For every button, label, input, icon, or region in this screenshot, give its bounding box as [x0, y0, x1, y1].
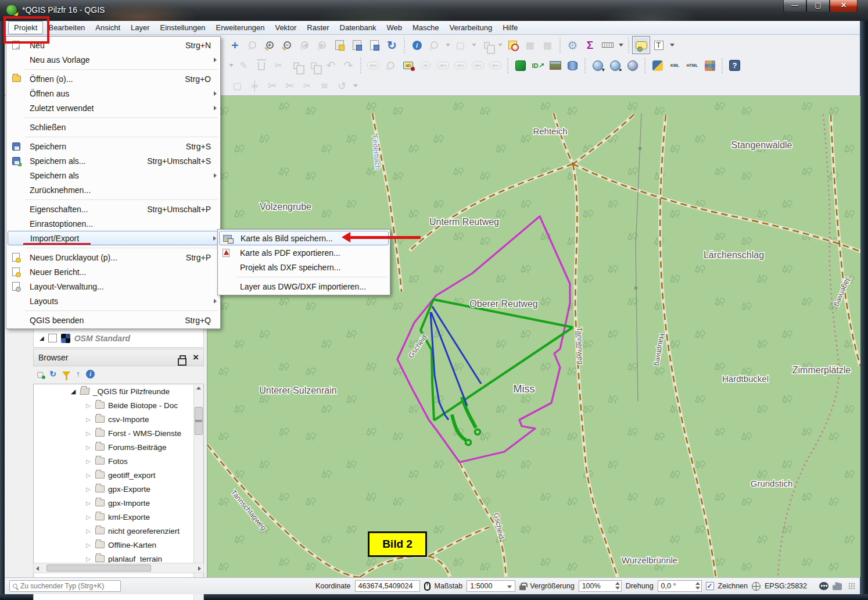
properties-icon[interactable]: i	[86, 370, 95, 378]
minimize-button[interactable]: —	[783, 0, 806, 12]
tree-item[interactable]: ▷gpx-Exporte	[34, 482, 203, 496]
menu-item-layouts[interactable]: Layouts	[8, 294, 219, 308]
submenu-item-layer-aus-dwg[interactable]: Layer aus DWG/DXF importieren...	[219, 279, 389, 294]
menu-item-oeffnen-aus[interactable]: Öffnen aus	[8, 86, 219, 101]
menu-hilfe[interactable]: Hilfe	[497, 22, 523, 34]
menu-datenbank[interactable]: Datenbank	[335, 22, 382, 34]
tree-item[interactable]: ▷gpx-Importe	[34, 496, 203, 510]
scrollbar-thumb[interactable]	[46, 565, 151, 572]
zoom-to-layer-icon[interactable]	[350, 38, 364, 52]
field-calculator-icon[interactable]: ▦	[540, 38, 555, 52]
pan-map-icon[interactable]: +	[228, 38, 242, 52]
layer-labeling-icon[interactable]: abc	[366, 58, 381, 73]
zoom-last-icon[interactable]: ◀	[297, 38, 312, 52]
layer-item-osm[interactable]: ◢ OSM Standard	[33, 328, 204, 348]
rotate-feature-icon[interactable]: ↺	[335, 78, 349, 93]
deselect-dropdown[interactable]	[498, 44, 503, 47]
menu-item-neuer-bericht[interactable]: Neuer Bericht...	[8, 265, 219, 279]
offline-editing-icon[interactable]	[513, 58, 528, 73]
menu-bearbeiten[interactable]: Bearbeiten	[43, 22, 90, 34]
delete-selected-icon[interactable]	[254, 58, 268, 73]
tree-item-root[interactable]: ◢ _QGIS für Pilzfreunde	[34, 384, 203, 398]
identify-features-icon[interactable]: i	[410, 38, 424, 52]
expand-icon[interactable]: ▷	[85, 556, 92, 562]
zoom-in-icon[interactable]: +	[263, 38, 277, 52]
measure-dropdown[interactable]	[619, 44, 623, 47]
html-export-icon[interactable]: HTML	[685, 58, 700, 73]
close-panel-icon[interactable]: ×	[193, 353, 199, 362]
vertex-tool-icon[interactable]: ╪	[248, 78, 262, 93]
layer-checkbox[interactable]	[48, 334, 57, 342]
scrollbar-thumb[interactable]	[195, 407, 203, 435]
coordinate-input[interactable]: 463674,5409024	[355, 580, 420, 592]
tree-item[interactable]: ▷Beide Biotope - Doc	[34, 398, 203, 412]
mouse-extent-icon[interactable]	[424, 582, 431, 591]
zoom-out-icon[interactable]: −	[280, 38, 295, 52]
expand-icon[interactable]: ◢	[70, 388, 77, 395]
expand-icon[interactable]: ▷	[85, 542, 92, 548]
locator-search[interactable]	[9, 580, 121, 592]
close-button[interactable]: ✕	[830, 0, 858, 12]
zoom-tool-icon[interactable]	[245, 38, 260, 52]
menu-item-speichern-als-sub[interactable]: Speichern als	[8, 168, 219, 183]
search-input[interactable]	[20, 582, 107, 590]
layer-diagram-icon[interactable]	[383, 58, 398, 73]
tree-horizontal-scrollbar[interactable]	[33, 563, 204, 573]
menu-item-zuletzt-verwendet[interactable]: Zuletzt verwendet	[8, 101, 219, 115]
color-grid-plugin-icon[interactable]	[702, 58, 717, 73]
menu-web[interactable]: Web	[381, 22, 407, 34]
undo-icon[interactable]: ↶	[324, 58, 338, 73]
split-features-icon[interactable]: ✂	[265, 78, 279, 93]
filter-browser-icon[interactable]	[62, 372, 70, 377]
move-feature-icon[interactable]: ▢	[230, 78, 245, 93]
menu-verarbeitung[interactable]: Verarbeitung	[444, 22, 498, 34]
crs-status[interactable]: EPSG:25832	[765, 582, 807, 590]
open-attribute-form-icon[interactable]	[505, 38, 520, 52]
submenu-item-projekt-als-dxf[interactable]: Projekt als DXF speichern...	[219, 260, 389, 274]
tree-item[interactable]: ▷geotiff_export	[34, 468, 203, 482]
menu-einstellungen[interactable]: Einstellungen	[155, 22, 211, 34]
crs-globe-icon[interactable]	[752, 582, 761, 591]
menu-masche[interactable]: Masche	[407, 22, 444, 34]
messages-icon[interactable]	[819, 582, 828, 590]
zoom-next-icon[interactable]: ▶	[315, 38, 329, 52]
expand-icon[interactable]: ▷	[85, 500, 92, 506]
submenu-item-karte-als-pdf[interactable]: Karte als PDF exportieren...	[219, 245, 389, 260]
maximize-button[interactable]: ▢	[806, 0, 830, 12]
zoom-native-icon[interactable]	[367, 38, 382, 52]
tree-item[interactable]: ▷Forst - WMS-Dienste	[34, 426, 203, 440]
menu-layer[interactable]: Layer	[125, 22, 155, 34]
menu-raster[interactable]: Raster	[302, 22, 334, 34]
feature-action-dropdown[interactable]	[446, 44, 450, 47]
menu-item-schliessen[interactable]: Schließen	[8, 120, 219, 134]
copy-features-icon[interactable]	[289, 58, 303, 73]
menu-item-neu-aus-vorlage[interactable]: Neu aus Vorlage	[8, 52, 219, 67]
database-manager-icon[interactable]	[565, 58, 580, 73]
expand-icon[interactable]: ▷	[85, 486, 92, 492]
deselect-icon[interactable]	[479, 38, 494, 52]
zoom-full-icon[interactable]	[332, 38, 347, 52]
menu-ansicht[interactable]: Ansicht	[90, 22, 125, 34]
menu-item-einrastoptionen[interactable]: Einrastoptionen...	[8, 216, 219, 231]
layer-expand-icon[interactable]: ◢	[40, 335, 44, 341]
menu-item-layout-verwaltung[interactable]: Layout-Verwaltung...	[8, 279, 219, 294]
reshape-features-icon[interactable]: ≋	[317, 78, 332, 93]
kml-export-icon[interactable]: KML	[668, 58, 682, 73]
wms-search-icon[interactable]: ●	[608, 58, 622, 73]
refresh-browser-icon[interactable]: ↻	[49, 369, 56, 378]
run-feature-action-icon[interactable]	[427, 38, 442, 52]
render-checkbox[interactable]: ✓	[706, 582, 714, 590]
id-tool-icon[interactable]: ID↗	[530, 58, 545, 73]
tree-item[interactable]: ▷Offline-Karten	[34, 538, 203, 552]
map-tips-icon[interactable]	[634, 38, 648, 52]
menu-item-speichern[interactable]: SpeichernStrg+S	[8, 139, 219, 153]
expand-icon[interactable]: ▷	[85, 458, 92, 465]
edit-dropdown[interactable]	[229, 64, 234, 67]
tree-item[interactable]: ▷Forums-Beiträge	[34, 440, 203, 454]
expand-icon[interactable]: ▷	[85, 472, 92, 478]
menu-item-qgis-beenden[interactable]: QGIS beendenStrg+Q	[8, 313, 219, 327]
menu-item-neues-drucklayout[interactable]: Neues Drucklayout (p)...Strg+P	[8, 250, 219, 265]
menu-vektor[interactable]: Vektor	[270, 22, 302, 34]
rotate-dropdown[interactable]	[353, 84, 358, 87]
processing-toolbox-icon[interactable]: ⚙	[565, 38, 580, 52]
